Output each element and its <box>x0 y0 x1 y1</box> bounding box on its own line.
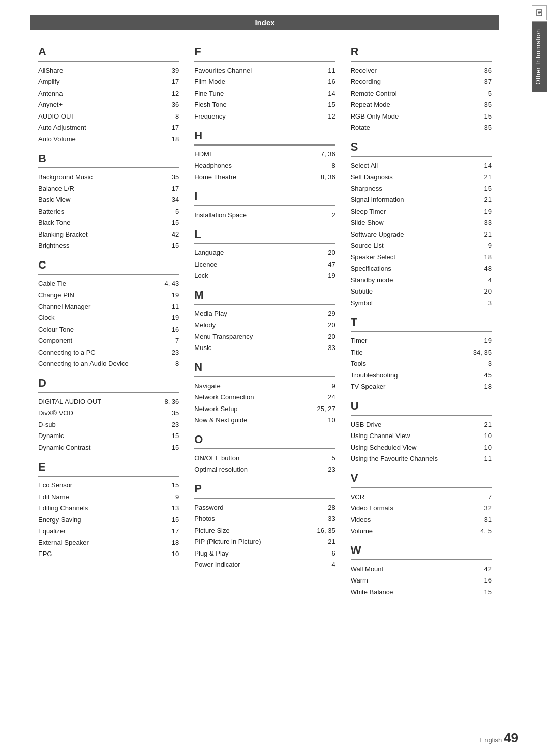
section-divider <box>194 498 335 499</box>
index-row: Signal Information21 <box>351 194 492 206</box>
index-page: 5 <box>175 207 179 217</box>
index-page: 13 <box>172 503 179 513</box>
index-term: Headphones <box>194 161 232 171</box>
index-row: Power Indicator4 <box>194 559 335 571</box>
section-letter-T: T <box>351 316 492 329</box>
page-container: Other Information Index AAllShare39Ampli… <box>0 0 549 756</box>
index-page: 23 <box>172 420 179 430</box>
index-row: Sharpness15 <box>351 183 492 194</box>
index-row: ON/OFF button5 <box>194 452 335 464</box>
index-page: 19 <box>484 207 492 217</box>
index-term: Blanking Bracket <box>38 229 88 240</box>
index-page: 33 <box>328 514 335 524</box>
section-divider <box>351 61 492 62</box>
index-term: Repeat Mode <box>351 100 390 110</box>
index-row: Network Connection24 <box>194 392 335 403</box>
index-row: Plug & Play6 <box>194 547 335 559</box>
index-page: 19 <box>172 290 179 300</box>
index-term: DivX® VOD <box>38 408 73 418</box>
index-page: 34 <box>172 195 179 205</box>
index-term: PIP (Picture in Picture) <box>194 537 261 547</box>
index-term: Connecting to an Audio Device <box>38 359 129 369</box>
index-page: 18 <box>172 538 179 548</box>
section-divider <box>351 331 492 332</box>
index-row: Basic View34 <box>38 194 179 206</box>
index-row: Editing Channels13 <box>38 503 179 514</box>
index-row: Installation Space2 <box>194 209 335 221</box>
index-term: RGB Only Mode <box>351 111 399 122</box>
index-row: Eco Sensor15 <box>38 480 179 491</box>
section-divider <box>194 243 335 244</box>
index-page: 21 <box>484 420 492 430</box>
index-page: 48 <box>484 264 492 274</box>
index-page: 4, 43 <box>164 279 179 289</box>
index-term: Equalizer <box>38 526 66 536</box>
index-term: D-sub <box>38 420 56 430</box>
footer: English 49 <box>480 730 518 746</box>
index-term: Rotate <box>351 123 370 133</box>
index-term: Favourites Channel <box>194 66 252 76</box>
index-page: 11 <box>484 454 492 464</box>
index-page: 36 <box>172 100 179 110</box>
index-row: Colour Tone16 <box>38 324 179 335</box>
index-page: 21 <box>484 195 492 205</box>
index-row: PIP (Picture in Picture)21 <box>194 536 335 548</box>
index-row: TV Speaker18 <box>351 381 492 393</box>
index-page: 18 <box>484 252 492 263</box>
footer-page-number: 49 <box>504 730 518 745</box>
column-0: AAllShare39Amplify17Antenna12Anynet+36AU… <box>30 40 187 605</box>
index-term: Recording <box>351 77 381 87</box>
index-term: Change PIN <box>38 290 74 300</box>
index-term: Self Diagnosis <box>351 172 393 182</box>
index-term: Wall Mount <box>351 564 384 574</box>
index-page: 20 <box>328 248 335 258</box>
index-page: 23 <box>328 464 335 475</box>
section-divider <box>38 274 179 275</box>
index-term: Using Channel View <box>351 431 410 441</box>
index-page: 5 <box>331 453 335 463</box>
index-term: Dynamic Contrast <box>38 443 90 453</box>
main-content: Index AAllShare39Amplify17Antenna12Anyne… <box>0 0 530 756</box>
index-term: Frequency <box>194 111 225 122</box>
index-row: Select All14 <box>351 160 492 171</box>
index-page: 8, 36 <box>164 397 179 407</box>
index-row: Sleep Timer19 <box>351 206 492 217</box>
index-term: DIGITAL AUDIO OUT <box>38 397 101 407</box>
index-row: Clock19 <box>38 312 179 324</box>
index-term: Brightness <box>38 241 69 251</box>
index-page: 19 <box>328 271 335 281</box>
index-term: Sleep Timer <box>351 207 386 217</box>
index-term: Video Formats <box>351 503 393 513</box>
section-letter-A: A <box>38 45 179 59</box>
column-1: FFavourites Channel11Film Mode16Fine Tun… <box>187 40 343 605</box>
index-row: Specifications48 <box>351 263 492 275</box>
index-row: Component7 <box>38 335 179 347</box>
index-term: Receiver <box>351 66 377 76</box>
index-term: HDMI <box>194 149 211 159</box>
index-page: 16 <box>484 575 492 586</box>
index-page: 21 <box>484 172 492 182</box>
index-term: Using Scheduled View <box>351 443 417 453</box>
section-divider <box>351 415 492 416</box>
index-row: Media Play29 <box>194 308 335 319</box>
index-row: EPG10 <box>38 548 179 560</box>
index-term: Connecting to a PC <box>38 347 96 358</box>
index-row: Navigate9 <box>194 380 335 392</box>
index-term: Anynet+ <box>38 100 63 110</box>
index-term: Specifications <box>351 264 391 274</box>
index-page: 21 <box>328 537 335 547</box>
index-row: Warm16 <box>351 575 492 587</box>
index-row: Batteries5 <box>38 206 179 217</box>
index-term: Lock <box>194 271 208 281</box>
index-row: HDMI7, 36 <box>194 149 335 160</box>
index-page: 15 <box>172 218 179 228</box>
index-row: Connecting to an Audio Device8 <box>38 358 179 370</box>
index-row: D-sub23 <box>38 419 179 430</box>
index-term: Installation Space <box>194 210 247 220</box>
index-term: Editing Channels <box>38 503 88 513</box>
section-divider <box>351 487 492 488</box>
index-row: White Balance15 <box>351 586 492 598</box>
index-page: 10 <box>328 415 335 425</box>
index-term: Using the Favourite Channels <box>351 454 438 464</box>
index-term: Photos <box>194 514 215 524</box>
